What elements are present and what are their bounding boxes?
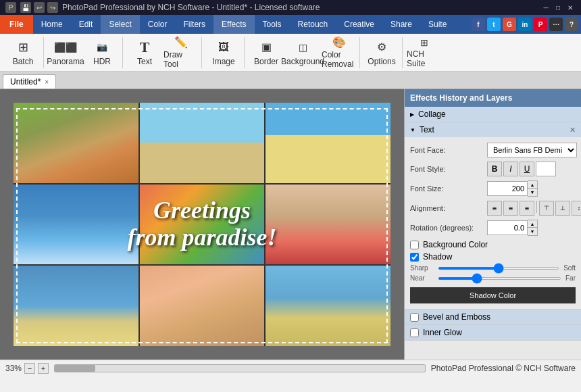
tab-title: Untitled*	[10, 77, 41, 87]
align-right-button[interactable]: ≡	[520, 201, 534, 216]
maximize-button[interactable]: □	[553, 2, 563, 13]
main-area: Greetingsfrom paradise! Effects History …	[0, 89, 581, 360]
pinterest-icon[interactable]: P	[534, 18, 547, 31]
background-icon: ◫	[295, 39, 311, 55]
help-icon[interactable]: ?	[565, 18, 578, 31]
linkedin-icon[interactable]: in	[518, 18, 532, 31]
save-icon[interactable]: 💾	[20, 2, 31, 13]
undo-icon[interactable]: ↩	[34, 2, 45, 13]
bg-color-checkbox[interactable]	[410, 241, 419, 249]
color-removal-button[interactable]: 🎨 Color Removal	[322, 39, 357, 67]
italic-button[interactable]: I	[503, 162, 518, 176]
align-top-button[interactable]: ⊤	[539, 201, 554, 216]
font-size-up[interactable]: ▲	[528, 181, 537, 189]
font-size-down[interactable]: ▼	[528, 189, 537, 196]
align-middle-button[interactable]: ⊥	[555, 201, 570, 216]
rotation-input[interactable]	[487, 220, 528, 235]
options-button[interactable]: ⚙ Options	[364, 39, 399, 67]
zoom-in-button[interactable]: +	[38, 363, 49, 374]
border-button[interactable]: ▣ Border	[249, 39, 284, 67]
hdr-icon: 📷	[94, 39, 110, 55]
rotation-up[interactable]: ▲	[528, 220, 537, 228]
app-icon: P	[5, 2, 16, 13]
sharp-soft-slider[interactable]	[438, 267, 559, 270]
align-bottom-button[interactable]: ↕	[572, 201, 581, 216]
right-panel: Effects History and Layers ▶ Collage ▼ T…	[404, 89, 581, 360]
text-section-header[interactable]: ▼ Text ✕	[405, 122, 581, 137]
collage-section: ▶ Collage	[405, 107, 581, 122]
collage-cell-9	[266, 266, 390, 346]
border-label: Border	[254, 57, 278, 66]
menu-retouch[interactable]: Retouch	[290, 15, 336, 34]
inner-glow-checkbox[interactable]	[410, 328, 419, 337]
shadow-color-button[interactable]: Shadow Color	[410, 287, 576, 303]
close-button[interactable]: ✕	[565, 2, 576, 13]
text-section: ▼ Text ✕ Font Face: Berlin Sans FB Demi …	[405, 122, 581, 310]
options-label: Options	[368, 57, 395, 66]
menu-tools[interactable]: Tools	[255, 15, 290, 34]
panorama-button[interactable]: ⬛⬛ Panorama	[48, 39, 83, 67]
collage-cell-3	[266, 103, 390, 183]
zoom-out-button[interactable]: −	[24, 363, 35, 374]
inner-glow-section-header[interactable]: Inner Glow	[405, 325, 581, 340]
scroll-bar[interactable]	[54, 364, 426, 372]
bold-button[interactable]: B	[487, 162, 502, 176]
font-face-select[interactable]: Berlin Sans FB Demi	[487, 143, 577, 157]
menu-filters[interactable]: Filters	[175, 15, 213, 34]
underline-button[interactable]: U	[520, 162, 534, 176]
text-button[interactable]: T Text	[127, 39, 162, 67]
canvas-content: Greetingsfrom paradise!	[14, 103, 390, 346]
draw-tool-label: Draw Tool	[163, 50, 199, 69]
background-button[interactable]: ◫ Background	[285, 39, 320, 67]
menu-file[interactable]: File	[0, 15, 33, 34]
align-center-button[interactable]: ≡	[503, 201, 518, 216]
options-icon: ⚙	[374, 39, 390, 55]
font-style-label: Font Style:	[410, 165, 484, 173]
collage-cell-4	[14, 185, 138, 265]
batch-icon: ⊞	[15, 39, 31, 55]
menu-effects[interactable]: Effects	[213, 15, 254, 34]
google-icon[interactable]: G	[503, 18, 516, 31]
collage-cell-5	[140, 185, 265, 265]
nch-suite-button[interactable]: ⊞ NCH Suite	[407, 39, 442, 67]
text-color-swatch[interactable]	[536, 162, 556, 176]
background-label: Background	[281, 57, 324, 66]
inner-glow-label: Inner Glow	[423, 328, 462, 337]
facebook-icon[interactable]: f	[472, 18, 485, 31]
minimize-button[interactable]: ─	[540, 2, 551, 13]
collage-cell-7	[14, 266, 138, 346]
hdr-button[interactable]: 📷 HDR	[84, 39, 120, 67]
more-icon[interactable]: ⋯	[549, 18, 563, 31]
text-section-close[interactable]: ✕	[570, 126, 576, 134]
near-far-slider[interactable]	[438, 277, 561, 280]
menu-suite[interactable]: Suite	[420, 15, 455, 34]
tab-close-button[interactable]: ×	[45, 78, 49, 86]
nch-suite-label: NCH Suite	[407, 49, 442, 68]
image-button[interactable]: 🖼 Image	[206, 39, 241, 67]
text-section-label: Text	[420, 125, 434, 134]
draw-tool-button[interactable]: ✏️ Draw Tool	[163, 39, 199, 67]
redo-icon[interactable]: ↪	[47, 2, 58, 13]
shadow-checkbox[interactable]	[410, 253, 419, 262]
near-label: Near	[410, 274, 434, 282]
font-size-arrows: ▲ ▼	[528, 180, 538, 197]
menu-share[interactable]: Share	[382, 15, 420, 34]
menu-edit[interactable]: Edit	[71, 15, 101, 34]
rotation-label: Rotation (degrees):	[410, 224, 484, 232]
canvas-area[interactable]: Greetingsfrom paradise!	[0, 89, 404, 360]
image-icon: 🖼	[216, 39, 232, 55]
menu-creative[interactable]: Creative	[336, 15, 382, 34]
menu-color[interactable]: Color	[140, 15, 176, 34]
image-label: Image	[212, 57, 234, 66]
tab-untitled[interactable]: Untitled* ×	[3, 74, 56, 89]
menu-select[interactable]: Select	[101, 15, 139, 34]
bevel-checkbox[interactable]	[410, 313, 419, 322]
collage-section-header[interactable]: ▶ Collage	[405, 107, 581, 122]
rotation-down[interactable]: ▼	[528, 228, 537, 235]
font-size-input[interactable]	[487, 181, 528, 196]
twitter-icon[interactable]: t	[487, 18, 501, 31]
menu-home[interactable]: Home	[33, 15, 71, 34]
bevel-section-header[interactable]: Bevel and Emboss	[405, 310, 581, 324]
align-left-button[interactable]: ≡	[487, 201, 502, 216]
batch-button[interactable]: ⊞ Batch	[5, 39, 41, 67]
